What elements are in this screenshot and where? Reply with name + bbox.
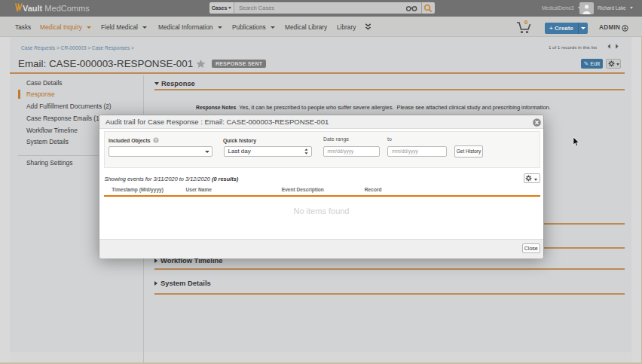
svg-text:?: ? xyxy=(154,138,157,142)
